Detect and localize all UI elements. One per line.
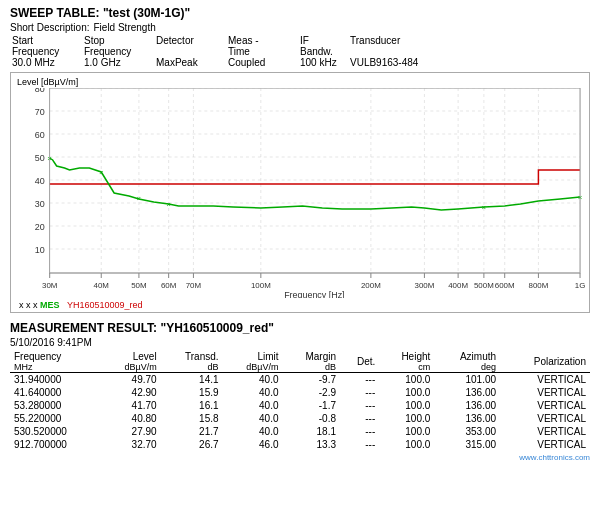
svg-text:50: 50 [35,153,45,163]
col-header-meas: Meas - [228,35,300,46]
col-sub-time: Time [228,46,300,57]
svg-text:60M: 60M [161,281,176,290]
short-desc-value: Field Strength [93,22,155,33]
svg-text:30: 30 [35,199,45,209]
svg-text:70M: 70M [186,281,201,290]
col-sub-blank2 [350,46,450,57]
col-margin: MargindB [283,351,341,373]
svg-text:400M: 400M [448,281,468,290]
legend-mes: MES [40,300,60,310]
result-date: 5/10/2016 9:41PM [10,337,590,348]
chart-legend: x x x MES YH160510009_red [19,300,585,310]
col-header-start: Start [12,35,84,46]
val-detector: MaxPeak [156,57,228,68]
page-wrapper: SWEEP TABLE: "test (30M-1G)" Short Descr… [0,0,600,468]
watermark: www.chttronics.com [10,453,590,462]
result-header: MEASUREMENT RESULT: "YH160510009_red" [10,321,590,335]
svg-text:Frequency [Hz]: Frequency [Hz] [284,290,344,298]
col-header-if: IF [300,35,350,46]
table-row: 55.22000040.8015.840.0-0.8---100.0136.00… [10,412,590,425]
svg-text:20: 20 [35,222,45,232]
chart-svg: 80 70 60 50 40 30 20 10 [15,88,585,298]
col-header-transducer: Transducer [350,35,450,46]
col-azimuth: Azimuthdeg [434,351,500,373]
svg-text:1G: 1G [575,281,585,290]
svg-text:200M: 200M [361,281,381,290]
val-stop: 1.0 GHz [84,57,156,68]
svg-text:×: × [99,168,104,177]
svg-text:300M: 300M [414,281,434,290]
svg-rect-0 [50,88,580,273]
short-desc-label: Short Description: [10,22,89,33]
col-limit: LimitdBµV/m [223,351,283,373]
svg-text:30M: 30M [42,281,57,290]
svg-text:×: × [166,200,171,209]
svg-text:40M: 40M [94,281,109,290]
svg-text:60: 60 [35,130,45,140]
chart-container: Level [dBµV/m] 80 70 60 50 40 [10,72,590,313]
col-height: Heightcm [379,351,434,373]
col-sub-freq1: Frequency [12,46,84,57]
col-polarization: Polarization [500,351,590,373]
svg-text:500M: 500M [474,281,494,290]
svg-text:10: 10 [35,245,45,255]
table-row: 53.28000041.7016.140.0-1.7---100.0136.00… [10,399,590,412]
val-meas: Coupled [228,57,300,68]
svg-text:×: × [482,203,487,212]
svg-text:50M: 50M [131,281,146,290]
sweep-title: SWEEP TABLE: "test (30M-1G)" [10,6,590,20]
col-sub-blank [156,46,228,57]
col-transd: Transd.dB [161,351,223,373]
svg-text:100M: 100M [251,281,271,290]
col-sub-freq2: Frequency [84,46,156,57]
y-axis-label: Level [dBµV/m] [17,77,585,87]
table-row: 530.52000027.9021.740.018.1---100.0353.0… [10,425,590,438]
svg-text:600M: 600M [495,281,515,290]
col-sub-bandw: Bandw. [300,46,350,57]
svg-text:800M: 800M [528,281,548,290]
val-start: 30.0 MHz [12,57,84,68]
svg-text:80: 80 [35,88,45,94]
col-det: Det. [340,351,379,373]
chart-area: 80 70 60 50 40 30 20 10 [15,88,585,298]
col-header-detector: Detector [156,35,228,46]
svg-text:70: 70 [35,107,45,117]
svg-text:×: × [137,194,142,203]
legend-x: x x x [19,300,38,310]
val-if: 100 kHz [300,57,350,68]
result-table: FrequencyMHz LeveldBµV/m Transd.dB Limit… [10,351,590,451]
table-header-row: FrequencyMHz LeveldBµV/m Transd.dB Limit… [10,351,590,373]
svg-text:40: 40 [35,176,45,186]
table-row: 31.94000049.7014.140.0-9.7---100.0101.00… [10,373,590,387]
table-row: 41.64000042.9015.940.0-2.9---100.0136.00… [10,386,590,399]
legend-red: YH160510009_red [67,300,143,310]
result-section: MEASUREMENT RESULT: "YH160510009_red" 5/… [10,321,590,451]
col-frequency: FrequencyMHz [10,351,101,373]
col-header-stop: Stop [84,35,156,46]
val-transducer: VULB9163-484 [350,57,450,68]
col-level: LeveldBµV/m [101,351,161,373]
table-row: 912.70000032.7026.746.013.3---100.0315.0… [10,438,590,451]
